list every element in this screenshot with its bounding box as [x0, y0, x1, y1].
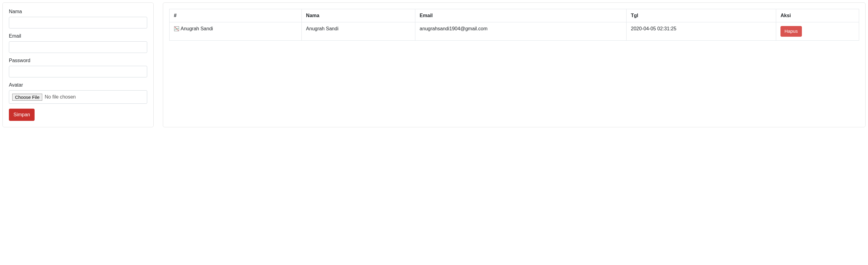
avatar-broken-image: Anugrah Sandi — [174, 26, 297, 32]
file-status-text: No file chosen — [45, 94, 75, 100]
user-table: # Nama Email Tgl Aksi — [169, 9, 859, 41]
broken-image-icon — [174, 26, 179, 32]
cell-tgl: 2020-04-05 02:31:25 — [626, 22, 776, 41]
avatar-file-input[interactable]: Choose File No file chosen — [9, 90, 147, 104]
email-label: Email — [9, 33, 147, 39]
password-input[interactable] — [9, 66, 147, 77]
password-label: Password — [9, 58, 147, 63]
table-header-email: Email — [415, 9, 626, 22]
table-row: Anugrah Sandi Anugrah Sandi anugrahsandi… — [169, 22, 859, 41]
hapus-button[interactable]: Hapus — [780, 26, 802, 37]
table-header-aksi: Aksi — [776, 9, 859, 22]
table-header-tgl: Tgl — [626, 9, 776, 22]
table-header-avatar: # — [169, 9, 302, 22]
user-form-card: Nama Email Password Avatar Choose File N… — [2, 2, 154, 127]
user-list-card: # Nama Email Tgl Aksi — [163, 2, 866, 127]
choose-file-button[interactable]: Choose File — [12, 94, 42, 101]
cell-nama: Anugrah Sandi — [302, 22, 415, 41]
cell-email: anugrahsandi1904@gmail.com — [415, 22, 626, 41]
avatar-label: Avatar — [9, 82, 147, 88]
nama-label: Nama — [9, 9, 147, 14]
avatar-alt-text: Anugrah Sandi — [181, 26, 213, 32]
nama-input[interactable] — [9, 17, 147, 29]
simpan-button[interactable]: Simpan — [9, 109, 35, 121]
table-header-nama: Nama — [302, 9, 415, 22]
email-input[interactable] — [9, 41, 147, 53]
